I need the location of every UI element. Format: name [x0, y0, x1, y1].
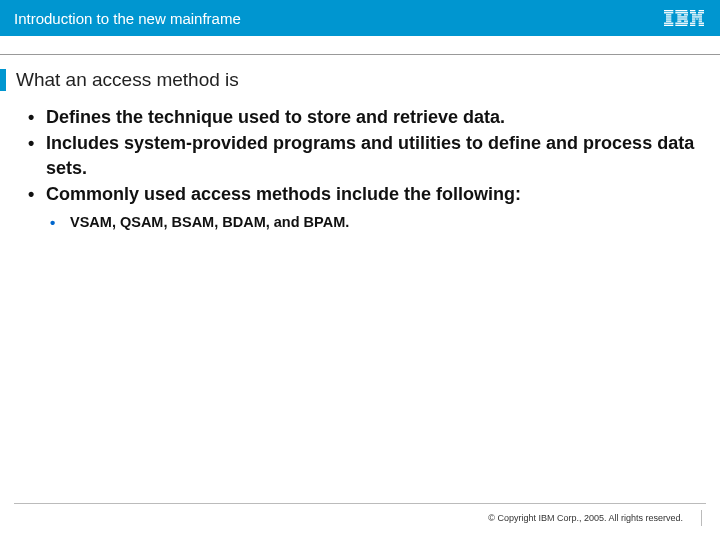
svg-rect-29: [699, 20, 702, 21]
footer-divider-icon: [701, 510, 702, 526]
title-row: What an access method is: [0, 69, 720, 91]
svg-rect-0: [664, 10, 673, 11]
divider-top: [0, 54, 720, 55]
svg-rect-20: [690, 12, 696, 13]
svg-rect-22: [692, 14, 697, 15]
svg-rect-9: [675, 12, 688, 13]
bullet-text: Defines the technique used to store and …: [46, 107, 505, 127]
svg-rect-8: [675, 10, 687, 11]
bullet-item: Defines the technique used to store and …: [28, 105, 698, 129]
copyright-text: © Copyright IBM Corp., 2005. All rights …: [488, 513, 683, 523]
svg-rect-16: [675, 23, 688, 24]
svg-rect-7: [664, 25, 673, 26]
bullet-item: Commonly used access methods include the…: [28, 182, 698, 233]
svg-rect-13: [677, 18, 687, 19]
header-title: Introduction to the new mainframe: [14, 10, 241, 27]
svg-rect-25: [692, 18, 695, 19]
content-area: Defines the technique used to store and …: [0, 91, 720, 234]
svg-rect-28: [692, 20, 695, 21]
footer-row: © Copyright IBM Corp., 2005. All rights …: [0, 510, 720, 526]
svg-rect-11: [684, 14, 688, 15]
svg-rect-30: [690, 23, 695, 24]
svg-rect-15: [684, 20, 688, 21]
svg-rect-1: [664, 12, 673, 13]
svg-rect-10: [677, 14, 681, 15]
svg-rect-27: [699, 18, 702, 19]
svg-rect-2: [666, 14, 671, 15]
svg-rect-4: [666, 18, 671, 19]
slide-title: What an access method is: [16, 69, 239, 91]
bullet-list: Defines the technique used to store and …: [28, 105, 698, 232]
svg-rect-21: [698, 12, 704, 13]
header-bar: Introduction to the new mainframe: [0, 0, 720, 36]
sub-bullet-item: VSAM, QSAM, BSAM, BDAM, and BPAM.: [50, 212, 698, 232]
svg-rect-23: [697, 14, 702, 15]
svg-rect-14: [677, 20, 681, 21]
footer: © Copyright IBM Corp., 2005. All rights …: [0, 503, 720, 526]
sub-bullet-text: VSAM, QSAM, BSAM, BDAM, and BPAM.: [70, 214, 349, 230]
bullet-item: Includes system-provided programs and ut…: [28, 131, 698, 180]
svg-rect-6: [664, 23, 673, 24]
svg-rect-18: [690, 10, 695, 11]
bullet-text: Commonly used access methods include the…: [46, 184, 521, 204]
divider-bottom: [14, 503, 706, 504]
svg-rect-12: [677, 16, 687, 17]
svg-rect-17: [675, 25, 687, 26]
svg-rect-32: [690, 25, 695, 26]
svg-rect-33: [699, 25, 704, 26]
svg-rect-5: [666, 20, 671, 21]
ibm-logo-icon: [662, 10, 706, 26]
slide-container: Introduction to the new mainframe: [0, 0, 720, 540]
svg-rect-26: [696, 18, 697, 19]
sub-bullet-list: VSAM, QSAM, BSAM, BDAM, and BPAM.: [46, 212, 698, 232]
svg-rect-3: [666, 16, 671, 17]
title-marker-icon: [0, 69, 6, 91]
svg-rect-31: [699, 23, 704, 24]
bullet-text: Includes system-provided programs and ut…: [46, 133, 694, 177]
svg-rect-19: [699, 10, 704, 11]
svg-rect-24: [692, 16, 702, 17]
